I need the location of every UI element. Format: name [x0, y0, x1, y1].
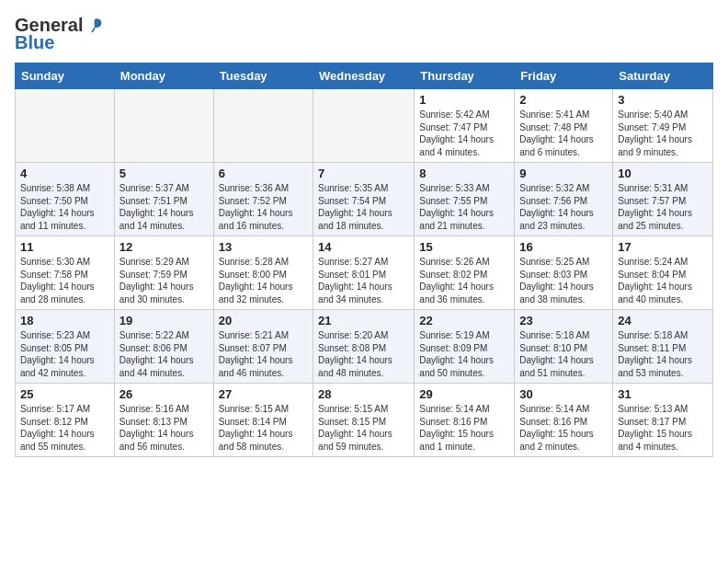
calendar-cell: 26Sunrise: 5:16 AM Sunset: 8:13 PM Dayli… [114, 384, 213, 457]
day-info: Sunrise: 5:35 AM Sunset: 7:54 PM Dayligh… [318, 182, 409, 232]
calendar-cell [313, 89, 415, 163]
calendar-cell: 28Sunrise: 5:15 AM Sunset: 8:15 PM Dayli… [313, 384, 415, 457]
day-number: 23 [519, 314, 608, 327]
day-info: Sunrise: 5:20 AM Sunset: 8:08 PM Dayligh… [318, 329, 409, 379]
header-cell-tuesday: Tuesday [213, 63, 313, 89]
day-info: Sunrise: 5:18 AM Sunset: 8:10 PM Dayligh… [519, 329, 608, 379]
logo-bird-icon [85, 16, 105, 36]
calendar-cell: 3Sunrise: 5:40 AM Sunset: 7:49 PM Daylig… [613, 89, 713, 163]
day-info: Sunrise: 5:19 AM Sunset: 8:09 PM Dayligh… [419, 329, 509, 379]
day-info: Sunrise: 5:14 AM Sunset: 8:16 PM Dayligh… [519, 403, 608, 453]
calendar-cell [114, 89, 213, 163]
day-number: 9 [519, 167, 608, 180]
day-number: 28 [318, 387, 409, 401]
calendar-cell: 1Sunrise: 5:42 AM Sunset: 7:47 PM Daylig… [415, 89, 515, 163]
day-info: Sunrise: 5:28 AM Sunset: 8:00 PM Dayligh… [219, 256, 308, 305]
day-number: 16 [519, 240, 608, 254]
day-number: 24 [618, 314, 708, 327]
calendar-cell [16, 89, 115, 163]
day-number: 15 [419, 240, 509, 254]
calendar-cell: 20Sunrise: 5:21 AM Sunset: 8:07 PM Dayli… [213, 310, 313, 384]
calendar-cell: 4Sunrise: 5:38 AM Sunset: 7:50 PM Daylig… [16, 163, 115, 236]
header-cell-monday: Monday [114, 63, 213, 89]
day-info: Sunrise: 5:27 AM Sunset: 8:01 PM Dayligh… [318, 256, 409, 305]
day-info: Sunrise: 5:26 AM Sunset: 8:02 PM Dayligh… [419, 256, 509, 305]
day-info: Sunrise: 5:25 AM Sunset: 8:03 PM Dayligh… [519, 256, 608, 305]
day-info: Sunrise: 5:15 AM Sunset: 8:14 PM Dayligh… [219, 403, 308, 453]
day-info: Sunrise: 5:36 AM Sunset: 7:52 PM Dayligh… [219, 182, 308, 232]
day-info: Sunrise: 5:41 AM Sunset: 7:48 PM Dayligh… [519, 109, 608, 158]
calendar-cell: 16Sunrise: 5:25 AM Sunset: 8:03 PM Dayli… [515, 236, 613, 310]
day-number: 14 [318, 240, 409, 254]
week-row-2: 4Sunrise: 5:38 AM Sunset: 7:50 PM Daylig… [16, 163, 713, 236]
calendar-cell: 2Sunrise: 5:41 AM Sunset: 7:48 PM Daylig… [515, 89, 613, 163]
calendar-cell: 8Sunrise: 5:33 AM Sunset: 7:55 PM Daylig… [415, 163, 515, 236]
day-number: 2 [519, 93, 608, 107]
calendar-table: SundayMondayTuesdayWednesdayThursdayFrid… [15, 63, 713, 457]
day-number: 25 [20, 387, 109, 401]
day-number: 4 [20, 167, 109, 180]
day-info: Sunrise: 5:18 AM Sunset: 8:11 PM Dayligh… [618, 329, 708, 379]
week-row-4: 18Sunrise: 5:23 AM Sunset: 8:05 PM Dayli… [16, 310, 713, 384]
day-number: 20 [219, 314, 308, 327]
calendar-cell: 24Sunrise: 5:18 AM Sunset: 8:11 PM Dayli… [613, 310, 713, 384]
header-cell-wednesday: Wednesday [313, 63, 415, 89]
calendar-cell: 5Sunrise: 5:37 AM Sunset: 7:51 PM Daylig… [114, 163, 213, 236]
day-info: Sunrise: 5:38 AM Sunset: 7:50 PM Dayligh… [20, 182, 109, 232]
day-info: Sunrise: 5:14 AM Sunset: 8:16 PM Dayligh… [419, 403, 509, 453]
day-info: Sunrise: 5:31 AM Sunset: 7:57 PM Dayligh… [618, 182, 708, 232]
day-number: 10 [618, 167, 708, 180]
day-number: 21 [318, 314, 409, 327]
day-info: Sunrise: 5:40 AM Sunset: 7:49 PM Dayligh… [618, 109, 708, 158]
day-number: 3 [618, 93, 708, 107]
calendar-cell [213, 89, 313, 163]
day-info: Sunrise: 5:22 AM Sunset: 8:06 PM Dayligh… [119, 329, 209, 379]
day-info: Sunrise: 5:33 AM Sunset: 7:55 PM Dayligh… [419, 182, 509, 232]
day-info: Sunrise: 5:37 AM Sunset: 7:51 PM Dayligh… [119, 182, 209, 232]
day-info: Sunrise: 5:23 AM Sunset: 8:05 PM Dayligh… [20, 329, 109, 379]
day-info: Sunrise: 5:42 AM Sunset: 7:47 PM Dayligh… [419, 109, 509, 158]
day-number: 13 [219, 240, 308, 254]
day-number: 26 [119, 387, 209, 401]
calendar-cell: 12Sunrise: 5:29 AM Sunset: 7:59 PM Dayli… [114, 236, 213, 310]
day-number: 27 [219, 387, 308, 401]
day-number: 18 [20, 314, 109, 327]
week-row-5: 25Sunrise: 5:17 AM Sunset: 8:12 PM Dayli… [16, 384, 713, 457]
day-info: Sunrise: 5:29 AM Sunset: 7:59 PM Dayligh… [119, 256, 209, 305]
day-number: 11 [20, 240, 109, 254]
header-cell-friday: Friday [515, 63, 613, 89]
day-number: 30 [519, 387, 608, 401]
week-row-1: 1Sunrise: 5:42 AM Sunset: 7:47 PM Daylig… [16, 89, 713, 163]
calendar-cell: 30Sunrise: 5:14 AM Sunset: 8:16 PM Dayli… [515, 384, 613, 457]
calendar-cell: 6Sunrise: 5:36 AM Sunset: 7:52 PM Daylig… [213, 163, 313, 236]
calendar-cell: 25Sunrise: 5:17 AM Sunset: 8:12 PM Dayli… [16, 384, 115, 457]
day-info: Sunrise: 5:32 AM Sunset: 7:56 PM Dayligh… [519, 182, 608, 232]
page-header: General Blue [15, 15, 713, 53]
day-info: Sunrise: 5:24 AM Sunset: 8:04 PM Dayligh… [618, 256, 708, 305]
calendar-cell: 21Sunrise: 5:20 AM Sunset: 8:08 PM Dayli… [313, 310, 415, 384]
header-row: SundayMondayTuesdayWednesdayThursdayFrid… [16, 63, 713, 89]
day-number: 22 [419, 314, 509, 327]
header-cell-thursday: Thursday [415, 63, 515, 89]
calendar-cell: 11Sunrise: 5:30 AM Sunset: 7:58 PM Dayli… [16, 236, 115, 310]
header-cell-sunday: Sunday [16, 63, 115, 89]
day-number: 31 [618, 387, 708, 401]
calendar-cell: 7Sunrise: 5:35 AM Sunset: 7:54 PM Daylig… [313, 163, 415, 236]
calendar-cell: 19Sunrise: 5:22 AM Sunset: 8:06 PM Dayli… [114, 310, 213, 384]
day-info: Sunrise: 5:30 AM Sunset: 7:58 PM Dayligh… [20, 256, 109, 305]
day-info: Sunrise: 5:17 AM Sunset: 8:12 PM Dayligh… [20, 403, 109, 453]
calendar-cell: 29Sunrise: 5:14 AM Sunset: 8:16 PM Dayli… [415, 384, 515, 457]
calendar-cell: 22Sunrise: 5:19 AM Sunset: 8:09 PM Dayli… [415, 310, 515, 384]
logo-blue-text: Blue [15, 32, 54, 53]
day-number: 8 [419, 167, 509, 180]
day-number: 7 [318, 167, 409, 180]
calendar-cell: 18Sunrise: 5:23 AM Sunset: 8:05 PM Dayli… [16, 310, 115, 384]
day-number: 12 [119, 240, 209, 254]
calendar-cell: 9Sunrise: 5:32 AM Sunset: 7:56 PM Daylig… [515, 163, 613, 236]
calendar-cell: 13Sunrise: 5:28 AM Sunset: 8:00 PM Dayli… [213, 236, 313, 310]
week-row-3: 11Sunrise: 5:30 AM Sunset: 7:58 PM Dayli… [16, 236, 713, 310]
day-info: Sunrise: 5:13 AM Sunset: 8:17 PM Dayligh… [618, 403, 708, 453]
day-info: Sunrise: 5:21 AM Sunset: 8:07 PM Dayligh… [219, 329, 308, 379]
calendar-cell: 27Sunrise: 5:15 AM Sunset: 8:14 PM Dayli… [213, 384, 313, 457]
calendar-cell: 14Sunrise: 5:27 AM Sunset: 8:01 PM Dayli… [313, 236, 415, 310]
